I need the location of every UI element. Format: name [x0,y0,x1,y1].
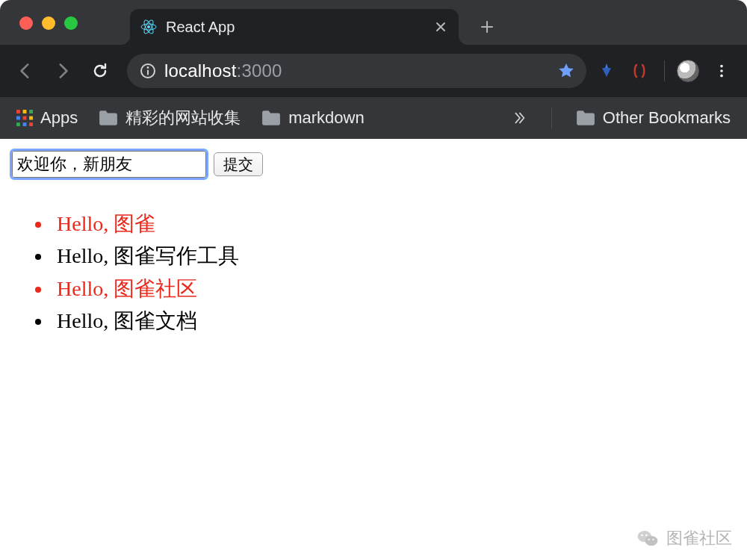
profile-avatar[interactable] [677,60,699,82]
browser-toolbar: localhost:3000 [0,45,747,97]
list-item: Hello, 图雀社区 [52,273,735,305]
svg-rect-6 [147,70,149,75]
new-tab-button[interactable] [472,12,502,42]
tab-title: React App [166,19,424,36]
submit-button[interactable]: 提交 [214,152,263,176]
window-minimize-button[interactable] [42,16,55,30]
close-tab-button[interactable] [433,19,448,34]
svg-rect-13 [16,116,20,120]
apps-icon [16,110,33,126]
page-body: 提交 Hello, 图雀Hello, 图雀写作工具Hello, 图雀社区Hell… [0,139,747,560]
greeting-list: Hello, 图雀Hello, 图雀写作工具Hello, 图雀社区Hello, … [52,208,735,337]
window-close-button[interactable] [19,16,33,30]
extension-2-icon[interactable] [627,58,652,84]
svg-rect-15 [29,116,33,120]
svg-point-21 [641,535,643,537]
bookmarks-overflow-button[interactable] [511,110,527,126]
other-bookmarks[interactable]: Other Bookmarks [576,108,731,128]
svg-point-5 [147,66,149,69]
window-controls [19,16,78,30]
toolbar-divider [664,60,665,81]
apps-label: Apps [40,108,78,128]
watermark-label: 图雀社区 [666,527,732,550]
browser-chrome: React App localhost:3000 [0,0,747,139]
tab-strip: React App [0,0,747,45]
back-button[interactable] [10,56,40,86]
bookmark-folder-sites[interactable]: 精彩的网站收集 [99,107,241,129]
react-icon [140,19,157,35]
bookmark-folder-sites-label: 精彩的网站收集 [125,107,241,129]
menu-button[interactable] [707,56,737,86]
svg-rect-11 [23,110,27,113]
extension-1-icon[interactable] [594,58,619,84]
svg-rect-17 [23,122,27,126]
svg-point-8 [720,69,723,72]
svg-point-7 [720,65,723,68]
svg-point-9 [720,75,723,78]
url-text: localhost:3000 [164,60,282,81]
address-bar[interactable]: localhost:3000 [127,54,586,88]
site-info-icon[interactable] [137,60,158,81]
browser-tab[interactable]: React App [130,9,459,45]
svg-point-20 [645,536,658,546]
url-port: :3000 [237,60,282,81]
svg-rect-18 [29,122,33,126]
reload-button[interactable] [85,56,115,86]
list-item: Hello, 图雀 [52,208,735,240]
svg-point-0 [147,25,150,28]
svg-rect-16 [16,122,20,126]
svg-rect-10 [16,110,20,113]
folder-icon [576,110,595,126]
bookmark-star-icon[interactable] [557,61,576,81]
greeting-input[interactable] [12,151,206,178]
forward-button[interactable] [48,56,78,86]
window-zoom-button[interactable] [64,16,78,30]
wechat-icon [636,527,659,550]
url-host: localhost [164,60,237,81]
svg-point-23 [648,539,650,541]
list-item: Hello, 图雀写作工具 [52,240,735,272]
svg-rect-12 [29,110,33,113]
svg-point-22 [645,535,648,537]
watermark: 图雀社区 [636,527,732,550]
bookmark-folder-markdown[interactable]: markdown [261,108,364,128]
svg-rect-14 [23,116,27,120]
apps-shortcut[interactable]: Apps [16,108,78,128]
folder-icon [261,110,281,126]
list-item: Hello, 图雀文档 [52,305,735,337]
folder-icon [99,110,118,126]
input-row: 提交 [12,151,735,178]
bookmarks-divider [551,107,552,129]
other-bookmarks-label: Other Bookmarks [603,108,731,128]
bookmarks-bar: Apps 精彩的网站收集 markdown Other Bookmarks [0,97,747,139]
bookmark-folder-markdown-label: markdown [288,108,364,128]
svg-point-24 [652,539,654,541]
